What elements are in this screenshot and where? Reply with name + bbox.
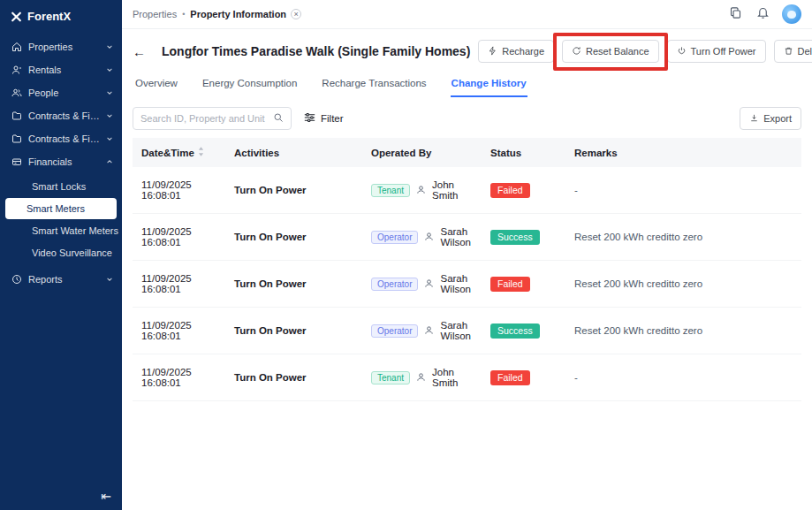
- tab-recharge-transactions[interactable]: Recharge Transactions: [321, 72, 427, 97]
- cell-activity: Turn On Power: [225, 308, 362, 354]
- sidebar-item-financials[interactable]: Financials: [0, 150, 122, 173]
- reset-balance-button[interactable]: Reset Balance: [562, 40, 659, 63]
- operator-name: John Smith: [432, 179, 473, 201]
- table-header-row: Date&Time Activities Operated By Status …: [133, 138, 801, 167]
- search-input[interactable]: [140, 113, 268, 124]
- chevron-down-icon: [106, 43, 113, 50]
- turn-off-power-button[interactable]: Turn Off Power: [667, 40, 766, 63]
- copy-button[interactable]: [727, 4, 744, 24]
- recharge-button[interactable]: Recharge: [478, 40, 554, 63]
- back-button[interactable]: ←: [133, 45, 146, 58]
- open-tab-property-information[interactable]: Property Information ×: [190, 9, 301, 19]
- financials-submenu: Smart Locks Smart Meters Smart Water Met…: [0, 173, 122, 268]
- open-tab-label: Property Information: [190, 9, 286, 19]
- notifications-button[interactable]: [755, 4, 771, 24]
- cell-status: Success: [482, 308, 565, 354]
- sidebar-item-smart-water-meters[interactable]: Smart Water Meters: [5, 220, 117, 241]
- folder-icon: [11, 133, 22, 144]
- chevron-down-icon: [106, 66, 113, 73]
- topbar: Properties • Property Information ×: [122, 0, 812, 29]
- cell-datetime: 11/09/2025 16:08:01: [133, 214, 225, 261]
- sidebar-item-label: Contracts & Files: [28, 110, 100, 121]
- avatar[interactable]: [782, 4, 801, 24]
- role-tag: Operator: [371, 231, 418, 244]
- sort-icon[interactable]: [198, 147, 204, 158]
- cell-status: Failed: [482, 167, 565, 214]
- person-icon: [416, 185, 426, 196]
- sidebar-item-contracts-files-1[interactable]: Contracts & Files: [0, 104, 122, 127]
- cell-activity: Turn On Power: [225, 214, 362, 261]
- chevron-down-icon: [106, 135, 113, 142]
- cell-activity: Turn On Power: [225, 261, 362, 308]
- operator-name: Sarah Wilson: [440, 226, 473, 247]
- cell-operated-by: Operator Sarah Wilson: [362, 261, 482, 308]
- chevron-down-icon: [106, 112, 113, 119]
- power-icon: [677, 46, 687, 57]
- cell-remarks: -: [565, 354, 801, 401]
- delete-button[interactable]: Delete: [774, 40, 812, 63]
- cell-activity: Turn On Power: [225, 354, 362, 401]
- cell-datetime: 11/09/2025 16:08:01: [133, 261, 225, 308]
- table-row: 11/09/2025 16:08:01 Turn On Power Operat…: [133, 214, 801, 261]
- sidebar-item-label: Financials: [28, 156, 100, 167]
- sidebar-item-video-surveillance[interactable]: Video Surveillance: [5, 242, 117, 263]
- status-badge: Failed: [490, 183, 530, 198]
- role-tag: Operator: [371, 278, 418, 291]
- table-toolbar: Filter Export: [122, 97, 812, 138]
- sidebar-item-smart-meters[interactable]: Smart Meters: [5, 198, 117, 219]
- tab-change-history[interactable]: Change History: [451, 72, 527, 97]
- cell-remarks: Reset 200 kWh creditto zero: [565, 308, 801, 354]
- sidebar-item-reports[interactable]: Reports: [0, 268, 122, 291]
- report-clock-icon: [11, 274, 22, 285]
- sidebar-item-label: Reports: [28, 274, 100, 285]
- finance-icon: [11, 156, 22, 167]
- brand-name: ForentX: [27, 10, 71, 23]
- filter-sliders-icon: [304, 112, 315, 125]
- cell-status: Failed: [482, 261, 565, 308]
- tab-energy-consumption[interactable]: Energy Consumption: [201, 72, 298, 97]
- column-header-remarks: Remarks: [565, 138, 801, 167]
- operator-name: Sarah Wilson: [440, 273, 473, 294]
- sidebar-item-people[interactable]: People: [0, 81, 122, 104]
- cell-datetime: 11/09/2025 16:08:01: [133, 354, 225, 401]
- breadcrumb-root[interactable]: Properties: [133, 9, 177, 19]
- column-header-status: Status: [482, 138, 565, 167]
- sidebar-item-rentals[interactable]: Rentals: [0, 58, 122, 81]
- sidebar: ForentX Properties Rentals People Contra…: [0, 0, 122, 510]
- sidebar-item-contracts-files-2[interactable]: Contracts & Files: [0, 127, 122, 150]
- cell-operated-by: Operator Sarah Wilson: [362, 214, 482, 261]
- page-header: ← Longfor Times Paradise Walk (Single Fa…: [122, 29, 812, 68]
- search-box: [133, 107, 292, 130]
- filter-button[interactable]: Filter: [304, 112, 344, 125]
- tab-bar: Overview Energy Consumption Recharge Tra…: [122, 68, 812, 97]
- sidebar-item-label: People: [28, 88, 100, 98]
- table-row: 11/09/2025 16:08:01 Turn On Power Tenant…: [133, 354, 801, 401]
- cell-datetime: 11/09/2025 16:08:01: [133, 308, 225, 354]
- role-tag: Operator: [371, 324, 418, 338]
- operator-name: Sarah Wilson: [440, 320, 473, 341]
- sidebar-collapse-button[interactable]: ⇤: [101, 489, 111, 503]
- brand-logo-icon: [11, 11, 22, 23]
- lightning-icon: [488, 46, 497, 57]
- folder-icon: [11, 110, 22, 121]
- column-header-datetime[interactable]: Date&Time: [133, 138, 225, 167]
- bell-icon: [756, 6, 770, 22]
- tab-overview[interactable]: Overview: [134, 72, 178, 97]
- cell-activity: Turn On Power: [225, 167, 362, 214]
- search-icon: [273, 110, 284, 126]
- role-tag: Tenant: [371, 371, 410, 384]
- app-window: ForentX Properties Rentals People Contra…: [0, 0, 812, 510]
- sidebar-item-smart-locks[interactable]: Smart Locks: [5, 176, 117, 197]
- role-tag: Tenant: [371, 184, 410, 197]
- header-actions: Recharge Reset Balance Turn Off Power De…: [478, 40, 812, 63]
- table-row: 11/09/2025 16:08:01 Turn On Power Tenant…: [133, 167, 801, 214]
- page-title: Longfor Times Paradise Walk (Single Fami…: [162, 44, 470, 58]
- status-badge: Success: [490, 230, 540, 245]
- export-button[interactable]: Export: [740, 107, 801, 130]
- status-badge: Failed: [490, 277, 530, 292]
- sidebar-item-properties[interactable]: Properties: [0, 35, 122, 58]
- refresh-icon: [572, 46, 581, 57]
- operator-name: John Smith: [432, 367, 473, 388]
- close-tab-icon[interactable]: ×: [291, 9, 301, 19]
- breadcrumb-separator: •: [182, 10, 185, 19]
